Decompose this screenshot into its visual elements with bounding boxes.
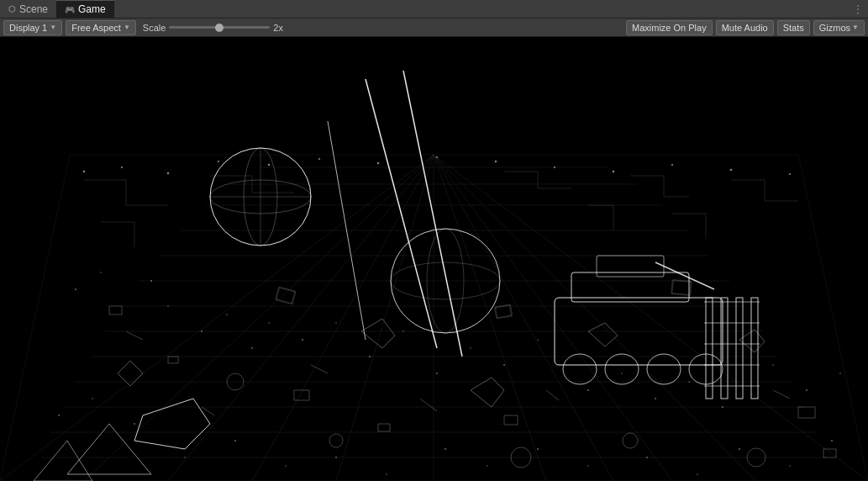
scene-render <box>0 37 868 481</box>
svg-point-29 <box>218 161 219 162</box>
svg-point-37 <box>671 164 673 166</box>
svg-point-114 <box>92 398 93 399</box>
svg-point-112 <box>839 373 841 374</box>
svg-point-30 <box>268 164 270 166</box>
svg-point-38 <box>730 169 732 171</box>
svg-point-124 <box>587 465 589 467</box>
mute-audio-button[interactable]: Mute Audio <box>716 20 774 35</box>
scale-label: Scale <box>143 23 166 33</box>
svg-point-110 <box>772 364 774 366</box>
toolbar: Display 1 ▼ Free Aspect ▼ Scale 2x Maxim… <box>0 18 868 37</box>
svg-point-102 <box>470 347 471 349</box>
svg-point-39 <box>789 173 791 175</box>
svg-point-115 <box>134 423 135 425</box>
overflow-icon: ⋮ <box>853 3 863 15</box>
svg-point-127 <box>739 448 740 450</box>
svg-point-35 <box>554 166 555 168</box>
scene-tab-icon: ⬡ <box>8 4 16 13</box>
svg-point-126 <box>697 473 698 475</box>
svg-point-95 <box>251 347 253 349</box>
game-tab-icon: 🎮 <box>65 5 75 14</box>
tab-scene[interactable]: ⬡ Scene <box>0 0 56 18</box>
svg-point-100 <box>402 330 404 332</box>
gizmos-label: Gizmos <box>819 23 850 33</box>
svg-point-104 <box>537 339 539 341</box>
scale-container: Scale 2x <box>139 23 291 33</box>
display-label: Display 1 <box>9 23 47 33</box>
gizmos-dropdown-arrow: ▼ <box>852 24 859 31</box>
svg-point-101 <box>436 373 438 374</box>
svg-point-128 <box>789 465 791 467</box>
svg-point-129 <box>831 440 833 441</box>
tab-overflow-button[interactable]: ⋮ <box>853 3 868 15</box>
svg-point-26 <box>83 171 85 172</box>
gizmos-button[interactable]: Gizmos ▼ <box>813 20 865 35</box>
svg-point-92 <box>167 305 169 307</box>
svg-point-32 <box>377 162 379 164</box>
svg-point-108 <box>688 381 690 383</box>
game-viewport <box>0 37 868 481</box>
svg-point-123 <box>537 448 539 450</box>
svg-point-91 <box>150 280 152 282</box>
svg-point-106 <box>621 373 623 374</box>
tab-scene-label: Scene <box>19 3 48 15</box>
svg-point-117 <box>234 440 236 441</box>
svg-point-94 <box>226 314 228 315</box>
mute-label: Mute Audio <box>722 23 768 33</box>
svg-point-99 <box>369 356 371 357</box>
svg-point-33 <box>436 156 438 158</box>
svg-point-120 <box>386 473 387 475</box>
svg-point-109 <box>722 406 723 408</box>
svg-point-34 <box>495 161 497 162</box>
svg-point-107 <box>655 398 656 399</box>
display-dropdown[interactable]: Display 1 ▼ <box>3 20 62 35</box>
svg-point-122 <box>487 465 488 467</box>
svg-point-119 <box>335 457 337 458</box>
svg-point-27 <box>121 166 123 168</box>
tab-game-label: Game <box>78 3 106 15</box>
svg-point-125 <box>646 457 648 458</box>
stats-button[interactable]: Stats <box>777 20 810 35</box>
display-dropdown-arrow: ▼ <box>50 24 56 31</box>
svg-rect-0 <box>0 37 868 481</box>
svg-point-98 <box>335 322 337 324</box>
svg-point-113 <box>58 415 60 416</box>
scale-slider[interactable] <box>169 26 270 29</box>
scale-value: 2x <box>273 23 290 33</box>
maximize-label: Maximize On Play <box>632 23 707 33</box>
aspect-dropdown[interactable]: Free Aspect ▼ <box>66 20 136 35</box>
svg-point-105 <box>587 389 589 391</box>
svg-point-89 <box>75 288 76 290</box>
svg-point-90 <box>100 272 102 273</box>
svg-point-31 <box>318 158 320 160</box>
stats-label: Stats <box>783 23 804 33</box>
svg-point-111 <box>806 389 808 391</box>
svg-point-28 <box>167 172 169 174</box>
svg-point-93 <box>201 330 203 332</box>
aspect-dropdown-arrow: ▼ <box>124 24 130 31</box>
toolbar-left: Display 1 ▼ Free Aspect ▼ Scale 2x <box>3 20 623 35</box>
svg-point-97 <box>302 339 303 341</box>
svg-point-116 <box>184 457 186 458</box>
maximize-on-play-button[interactable]: Maximize On Play <box>626 20 713 35</box>
aspect-label: Free Aspect <box>71 23 121 33</box>
toolbar-right: Maximize On Play Mute Audio Stats Gizmos… <box>626 20 865 35</box>
svg-point-36 <box>613 171 614 172</box>
tab-bar: ⬡ Scene 🎮 Game ⋮ <box>0 0 868 18</box>
svg-point-121 <box>445 448 446 450</box>
svg-point-118 <box>285 465 287 467</box>
svg-point-103 <box>503 364 505 366</box>
svg-point-96 <box>268 322 270 324</box>
tab-game[interactable]: 🎮 Game <box>56 0 114 18</box>
